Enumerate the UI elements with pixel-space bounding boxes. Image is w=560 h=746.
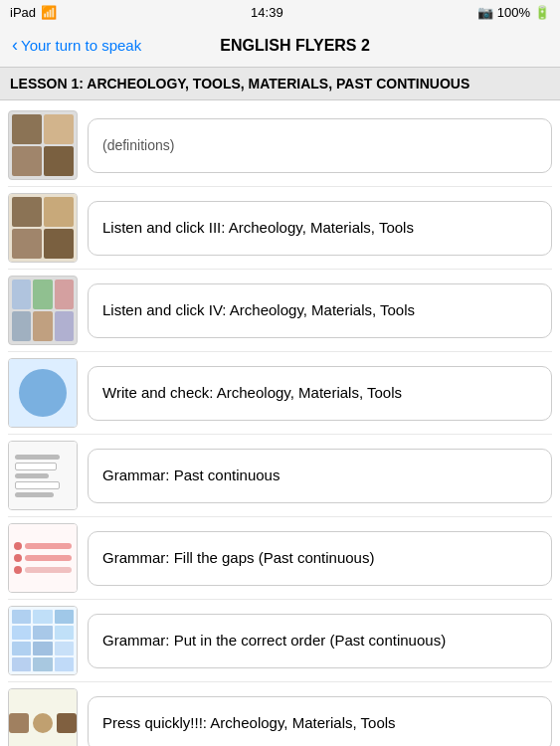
item-grammar2-button[interactable]: Grammar: Fill the gaps (Past continuous) (88, 531, 552, 586)
list-item: Grammar: Put in the correct order (Past … (8, 600, 552, 682)
back-button[interactable]: ‹ Your turn to speak (12, 35, 141, 56)
thumb-grammar1 (8, 441, 78, 510)
wifi-icon: 📶 (41, 5, 57, 20)
bluetooth-icon: 📷 (477, 5, 493, 20)
list-container: Listen and click III: Archeology, Materi… (8, 187, 552, 746)
nav-title: ENGLISH FLYERS 2 (141, 37, 449, 55)
list-item: Grammar: Past continuous (8, 435, 552, 517)
thumb-write (8, 358, 78, 428)
chevron-left-icon: ‹ (12, 35, 18, 56)
battery-label: 100% (497, 5, 530, 20)
thumb-listen4 (8, 276, 78, 345)
thumb-top-partial (8, 110, 78, 180)
list-item: Grammar: Fill the gaps (Past continuous) (8, 517, 552, 600)
lesson-header: LESSON 1: ARCHEOLOGY, TOOLS, MATERIALS, … (0, 68, 560, 100)
thumb-press (8, 688, 78, 746)
list-item: Listen and click III: Archeology, Materi… (8, 187, 552, 270)
item-listen4-button[interactable]: Listen and click IV: Archeology, Materia… (88, 283, 552, 338)
item-listen3-button[interactable]: Listen and click III: Archeology, Materi… (88, 201, 552, 256)
status-bar: iPad 📶 14:39 📷 100% 🔋 (0, 0, 560, 24)
list-item: Write and check: Archeology, Materials, … (8, 352, 552, 435)
thumb-grammar3 (8, 606, 78, 675)
partial-top-row: (definitions) (8, 104, 552, 187)
item-write-button[interactable]: Write and check: Archeology, Materials, … (88, 366, 552, 421)
battery-icon: 🔋 (534, 5, 550, 20)
status-left: iPad 📶 (10, 5, 57, 20)
back-label: Your turn to speak (21, 37, 141, 54)
item-grammar1-button[interactable]: Grammar: Past continuous (88, 449, 552, 503)
nav-bar: ‹ Your turn to speak ENGLISH FLYERS 2 (0, 24, 560, 68)
list-item: Listen and click IV: Archeology, Materia… (8, 270, 552, 352)
item-press-button[interactable]: Press quickly!!!: Archeology, Materials,… (88, 696, 552, 747)
thumb-grammar2 (8, 523, 78, 593)
thumb-listen3 (8, 193, 78, 263)
status-right: 📷 100% 🔋 (477, 5, 550, 20)
status-time: 14:39 (251, 5, 283, 20)
carrier-label: iPad (10, 5, 36, 20)
item-definitions-button[interactable]: (definitions) (88, 118, 552, 173)
item-grammar3-button[interactable]: Grammar: Put in the correct order (Past … (88, 614, 552, 668)
list-item: Press quickly!!!: Archeology, Materials,… (8, 682, 552, 746)
content-area: (definitions) Listen and click III: Arch… (0, 100, 560, 746)
